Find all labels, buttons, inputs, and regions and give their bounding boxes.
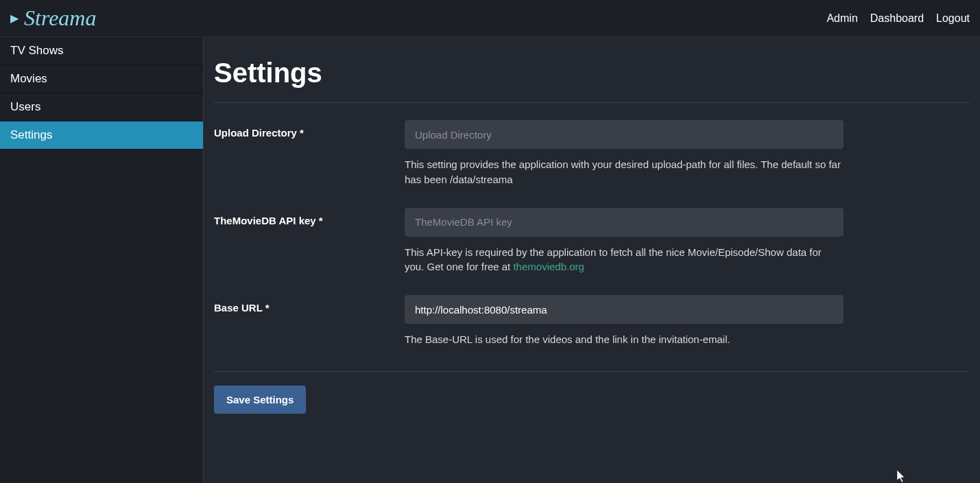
help-base-url: The Base-URL is used for the videos and … [405, 332, 844, 347]
logo[interactable]: ▶ Streama [10, 5, 96, 31]
divider [214, 102, 970, 103]
label-upload-directory: Upload Directory * [214, 120, 405, 187]
save-settings-button[interactable]: Save Settings [214, 386, 306, 414]
form-row-base-url: Base URL * The Base-URL is used for the … [214, 295, 970, 347]
input-api-key[interactable] [405, 208, 844, 237]
nav-admin[interactable]: Admin [826, 12, 857, 25]
header: ▶ Streama Admin Dashboard Logout [0, 0, 980, 37]
play-icon: ▶ [10, 12, 19, 25]
form-row-upload-directory: Upload Directory * This setting provides… [214, 120, 970, 187]
help-upload-directory: This setting provides the application wi… [405, 157, 844, 187]
main-content: Settings Upload Directory * This setting… [204, 37, 980, 483]
nav-dashboard[interactable]: Dashboard [870, 12, 924, 25]
input-upload-directory[interactable] [405, 120, 844, 149]
input-base-url[interactable] [405, 295, 844, 324]
header-nav: Admin Dashboard Logout [826, 12, 970, 25]
sidebar-item-settings[interactable]: Settings [0, 121, 203, 150]
sidebar: TV Shows Movies Users Settings [0, 37, 204, 483]
form-row-api-key: TheMovieDB API key * This API-key is req… [214, 208, 970, 275]
link-themoviedb[interactable]: themoviedb.org [513, 261, 584, 272]
label-base-url: Base URL * [214, 295, 405, 347]
sidebar-item-users[interactable]: Users [0, 93, 203, 121]
bottom-divider [214, 371, 970, 372]
sidebar-item-tv-shows[interactable]: TV Shows [0, 37, 203, 65]
nav-logout[interactable]: Logout [936, 12, 970, 25]
label-api-key: TheMovieDB API key * [214, 208, 405, 275]
page-title: Settings [214, 58, 970, 89]
help-api-key: This API-key is required by the applicat… [405, 245, 844, 275]
logo-text: Streama [24, 5, 96, 31]
sidebar-item-movies[interactable]: Movies [0, 65, 203, 93]
